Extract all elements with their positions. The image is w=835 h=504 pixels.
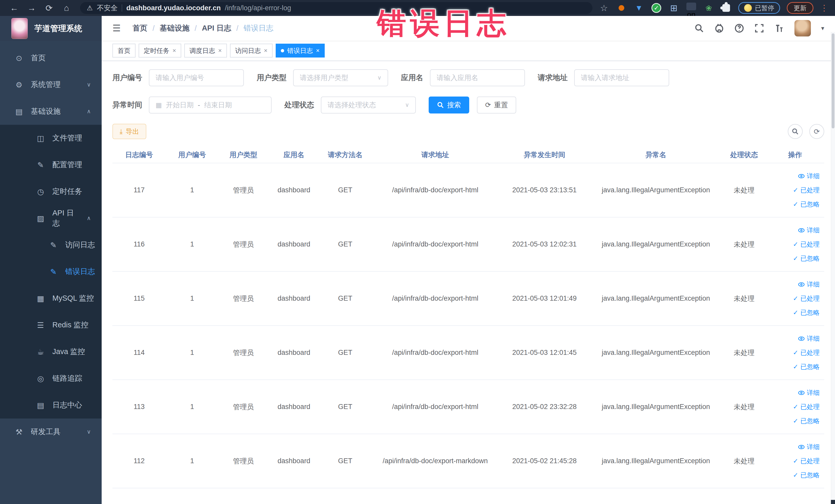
refresh-table-button[interactable]: ⟳ — [809, 124, 824, 139]
detail-link[interactable]: 详细 — [798, 388, 820, 397]
process-status-select[interactable]: 请选择处理状态∨ — [321, 97, 416, 114]
tab-scheduled-jobs[interactable]: 定时任务× — [139, 44, 181, 58]
close-icon[interactable]: × — [218, 47, 222, 54]
breadcrumb-item[interactable]: 基础设施 — [160, 23, 189, 33]
close-icon[interactable]: × — [316, 47, 320, 54]
tab-home[interactable]: 首页 — [113, 44, 136, 58]
browser-home-icon[interactable]: ⌂ — [59, 3, 74, 13]
close-icon[interactable]: × — [264, 47, 267, 54]
address-bar[interactable]: ⚠ 不安全 dashboard.yudao.iocoder.cn/infra/l… — [80, 2, 592, 14]
sidebar-item-java-monitor[interactable]: ☕Java 监控 — [0, 338, 102, 365]
toggle-search-button[interactable] — [788, 124, 803, 139]
sidebar-item-access-log[interactable]: ✎访问日志 — [0, 231, 102, 258]
detail-link[interactable]: 详细 — [798, 443, 820, 451]
detail-link[interactable]: 详细 — [798, 226, 820, 235]
mark-processed-link[interactable]: ✓已处理 — [793, 348, 820, 357]
tab-access-log[interactable]: 访问日志× — [230, 44, 272, 58]
extension-green-check-icon[interactable]: ✓ — [651, 3, 662, 13]
detail-link[interactable]: 详细 — [798, 334, 820, 343]
table-row[interactable]: 117 1 管理员 dashboard GET /api/infra/db-do… — [113, 163, 824, 218]
table-row[interactable]: 115 1 管理员 dashboard GET /api/infra/db-do… — [113, 271, 824, 326]
user-id-input[interactable]: 请输入用户编号 — [149, 69, 244, 86]
browser-menu-icon[interactable]: ⋮ — [820, 3, 828, 13]
sidebar-item-dev-tools[interactable]: ⚒研发工具∨ — [0, 419, 102, 445]
bookmark-star-icon[interactable]: ☆ — [598, 3, 609, 13]
cell-status: 未处理 — [722, 240, 766, 249]
cell-request-url: /api/infra/db-doc/export-html — [371, 349, 500, 357]
clock-icon: ◷ — [36, 187, 45, 196]
exception-time-range-picker[interactable]: ▦ 开始日期 - 结束日期 — [149, 97, 271, 114]
table-row[interactable]: 114 1 管理员 dashboard GET /api/infra/db-do… — [113, 326, 824, 380]
mark-processed-link[interactable]: ✓已处理 — [793, 457, 820, 465]
reset-button[interactable]: ⟳ 重置 — [477, 97, 516, 114]
sidebar-item-config-management[interactable]: ✎配置管理 — [0, 152, 102, 178]
extension-blue-icon[interactable]: ▼ — [633, 3, 644, 13]
sidebar-item-api-log[interactable]: ▨API 日志∧ — [0, 205, 102, 231]
table-row[interactable]: 113 1 管理员 dashboard GET /api/infra/db-do… — [113, 380, 824, 434]
chevron-up-icon: ∧ — [87, 215, 91, 222]
fullscreen-icon[interactable] — [754, 23, 764, 33]
breadcrumb-item[interactable]: API 日志 — [202, 23, 231, 33]
sidebar-item-infra[interactable]: ▤基础设施∧ — [0, 98, 102, 125]
sidebar-item-redis-monitor[interactable]: ☰Redis 监控 — [0, 312, 102, 338]
extension-grid-icon[interactable]: ⊞ — [668, 3, 679, 13]
search-button[interactable]: 搜索 — [429, 97, 469, 114]
github-icon[interactable] — [714, 23, 724, 33]
tab-error-log[interactable]: 错误日志× — [276, 44, 325, 58]
page-scrollbar[interactable] — [831, 32, 835, 504]
detail-link[interactable]: 详细 — [798, 280, 820, 288]
extension-sprout-icon[interactable]: ❀ — [703, 3, 714, 13]
sidebar-submenu-infra: ◫文件管理 ✎配置管理 ◷定时任务 ▨API 日志∧ ✎访问日志 ✎错误日志 ▦… — [0, 125, 102, 419]
font-size-icon[interactable] — [774, 23, 784, 33]
table-row[interactable]: 116 1 管理员 dashboard GET /api/infra/db-do… — [113, 218, 824, 271]
mark-processed-link[interactable]: ✓已处理 — [793, 294, 820, 303]
mark-processed-link[interactable]: ✓已处理 — [793, 403, 820, 411]
mark-processed-link[interactable]: ✓已处理 — [793, 240, 820, 248]
table-header-cell: 用户类型 — [219, 150, 268, 159]
mark-ignored-link[interactable]: ✓已忽略 — [793, 363, 820, 371]
detail-link[interactable]: 详细 — [798, 172, 820, 180]
user-type-select[interactable]: 请选择用户类型∨ — [293, 69, 388, 86]
tab-schedule-log[interactable]: 调度日志× — [184, 44, 227, 58]
help-icon[interactable] — [734, 23, 744, 33]
mark-ignored-link[interactable]: ✓已忽略 — [793, 308, 820, 317]
mark-processed-link[interactable]: ✓已处理 — [793, 186, 820, 194]
sidebar-collapse-icon[interactable]: ☰ — [113, 23, 121, 34]
breadcrumb-item[interactable]: 首页 — [133, 23, 147, 33]
sidebar-item-mysql-monitor[interactable]: ▦MySQL 监控 — [0, 285, 102, 312]
close-icon[interactable]: × — [172, 47, 176, 54]
search-icon[interactable] — [694, 23, 704, 33]
chevron-down-icon: ∨ — [377, 75, 382, 81]
extension-orange-icon[interactable] — [616, 3, 627, 13]
avatar-caret-icon[interactable]: ▾ — [821, 25, 824, 32]
sidebar-item-log-center[interactable]: ▤日志中心 — [0, 392, 102, 419]
table-row[interactable]: 112 1 管理员 dashboard GET /api/infra/db-do… — [113, 434, 824, 488]
table-toolbar: ⤓ 导出 ⟳ — [113, 124, 824, 139]
extension-on-switch-icon[interactable]: on — [686, 3, 697, 13]
sidebar-item-file-management[interactable]: ◫文件管理 — [0, 125, 102, 152]
browser-profile-chip[interactable]: 已暂停 — [738, 2, 780, 14]
browser-reload-icon[interactable]: ⟳ — [42, 3, 57, 13]
browser-update-button[interactable]: 更新 — [787, 2, 813, 14]
request-url-input[interactable]: 请输入请求地址 — [574, 69, 669, 86]
mark-ignored-link[interactable]: ✓已忽略 — [793, 417, 820, 425]
mark-ignored-link[interactable]: ✓已忽略 — [793, 200, 820, 208]
user-avatar[interactable] — [794, 20, 811, 37]
sidebar-logo-row[interactable]: 芋道管理系统 — [0, 16, 102, 41]
sidebar-item-scheduled-jobs[interactable]: ◷定时任务 — [0, 178, 102, 205]
scrollbar-thumb[interactable] — [832, 33, 834, 128]
mark-ignored-link[interactable]: ✓已忽略 — [793, 471, 820, 479]
app-name-input[interactable]: 请输入应用名 — [430, 69, 525, 86]
sidebar-item-home[interactable]: ⊙首页 — [0, 45, 102, 72]
browser-back-icon[interactable]: ← — [7, 3, 22, 13]
export-button[interactable]: ⤓ 导出 — [113, 124, 146, 139]
sidebar-item-system[interactable]: ⚙系统管理∨ — [0, 72, 102, 98]
access-log-icon: ✎ — [49, 241, 58, 249]
toolbox-icon: ⚒ — [14, 427, 24, 437]
extensions-puzzle-icon[interactable] — [721, 3, 732, 13]
cell-exception-name: java.lang.IllegalArgumentException — [589, 240, 722, 248]
mark-ignored-link[interactable]: ✓已忽略 — [793, 254, 820, 263]
browser-forward-icon[interactable]: → — [24, 3, 39, 13]
sidebar-item-error-log[interactable]: ✎错误日志 — [0, 258, 102, 285]
sidebar-item-trace[interactable]: ◎链路追踪 — [0, 365, 102, 392]
